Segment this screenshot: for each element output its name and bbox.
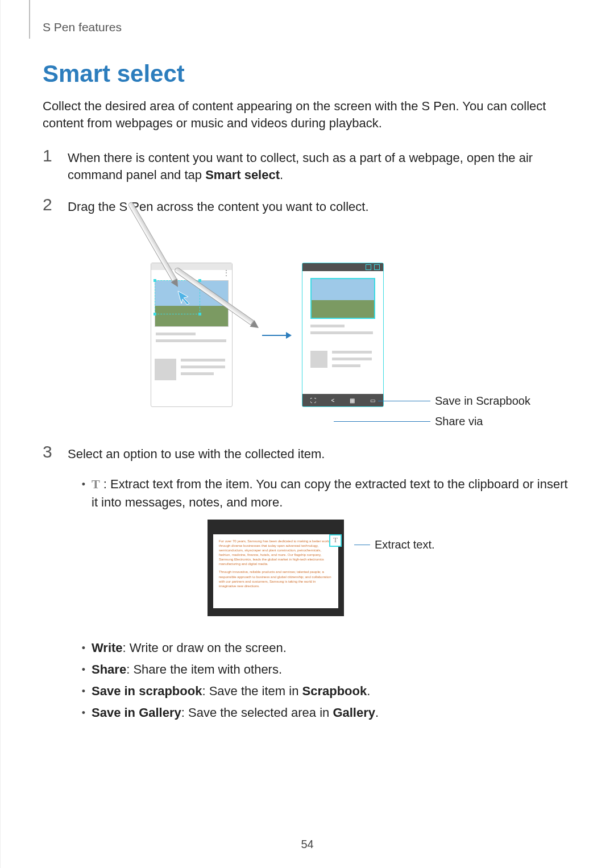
figure-smart-select: ⋮: [43, 227, 572, 426]
bullet-text-c: .: [375, 705, 379, 720]
share-icon: <: [331, 397, 335, 404]
selection-toolbar: ⛶ < ▦ ▭: [302, 394, 383, 406]
bullet-bold-2: Scrapbook: [302, 684, 367, 698]
section-header: S Pen features: [43, 20, 572, 34]
crop-icon: ⛶: [310, 397, 316, 404]
callout-share: Share via: [334, 415, 483, 428]
step-body: Select an option to use with the collect…: [68, 443, 325, 463]
bullet-text-a: : Save the selected area in: [181, 705, 333, 720]
bullet-bold-2: Gallery: [333, 705, 375, 720]
step-3: 3 Select an option to use with the colle…: [43, 443, 572, 463]
back-icon: [366, 264, 371, 270]
step1-text-c: .: [280, 168, 283, 182]
bullet-dot: •: [76, 477, 92, 492]
step-number: 2: [43, 196, 68, 213]
bullet-extract-text: • T : Extract text from the item. You ca…: [76, 475, 572, 512]
extract-text-content: For over 70 years, Samsung has been dedi…: [213, 534, 338, 608]
arrow-right-icon: [262, 330, 292, 343]
callout-extract-text: Extract text.: [354, 538, 435, 551]
callout-scrapbook: Save in Scrapbook: [378, 394, 530, 408]
step1-text-bold: Smart select: [205, 168, 280, 182]
clipped-photo: [310, 278, 375, 319]
step-body: Drag the S Pen across the content you wa…: [68, 196, 369, 215]
step-2: 2 Drag the S Pen across the content you …: [43, 196, 572, 215]
intro-paragraph: Collect the desired area of content appe…: [43, 98, 572, 131]
text-extract-icon: T: [92, 475, 100, 493]
extract-text-panel: For over 70 years, Samsung has been dedi…: [208, 520, 344, 616]
bullet-bold: Save in scrapbook: [92, 684, 202, 698]
save-icon: ▭: [370, 397, 375, 404]
bullet-write: • Write: Write or draw on the screen.: [76, 639, 572, 657]
bullet-dot: •: [76, 684, 92, 699]
page-title: Smart select: [43, 60, 572, 88]
bullet-text-c: .: [367, 684, 370, 698]
sample-paragraph-2: Through innovative, reliable products an…: [219, 570, 333, 588]
bullet-dot: •: [76, 641, 92, 655]
scrapbook-icon: ▦: [350, 397, 355, 404]
step-number: 3: [43, 443, 68, 460]
bullet-text-a: : Save the item in: [202, 684, 302, 698]
step-body: When there is content you want to collec…: [68, 147, 572, 183]
pen-cursor-icon: [176, 289, 193, 306]
bullet-text: : Extract text from the item. You can co…: [92, 477, 568, 509]
menu-icon: ⋮: [223, 272, 229, 274]
bullet-bold: Write: [92, 641, 123, 655]
card-placeholder: [155, 351, 229, 396]
page-corner-tab: [29, 0, 30, 39]
card-placeholder: [310, 343, 375, 388]
bullet-bold: Save in Gallery: [92, 705, 181, 720]
bullet-bold: Share: [92, 662, 126, 676]
bullet-dot: •: [76, 662, 92, 677]
device-mock-right: ⛶ < ▦ ▭: [302, 263, 384, 407]
bullet-text: : Share the item with others.: [126, 662, 282, 676]
page-number: 54: [1, 838, 614, 851]
figure-extract-text: For over 70 years, Samsung has been dedi…: [43, 520, 572, 628]
extract-text-button: T: [329, 534, 342, 547]
bullet-gallery: • Save in Gallery: Save the selected are…: [76, 704, 572, 722]
bullet-dot: •: [76, 705, 92, 720]
step-1: 1 When there is content you want to coll…: [43, 147, 572, 183]
bullet-share: • Share: Share the item with others.: [76, 661, 572, 679]
step-number: 1: [43, 147, 68, 164]
statusbar: [302, 263, 383, 271]
svg-marker-1: [286, 332, 292, 339]
bullet-text: : Write or draw on the screen.: [123, 641, 287, 655]
sample-paragraph-1: For over 70 years, Samsung has been dedi…: [219, 539, 333, 567]
step1-text-a: When there is content you want to collec…: [68, 151, 533, 182]
bullet-scrapbook: • Save in scrapbook: Save the item in Sc…: [76, 682, 572, 700]
window-icon: [374, 264, 380, 270]
